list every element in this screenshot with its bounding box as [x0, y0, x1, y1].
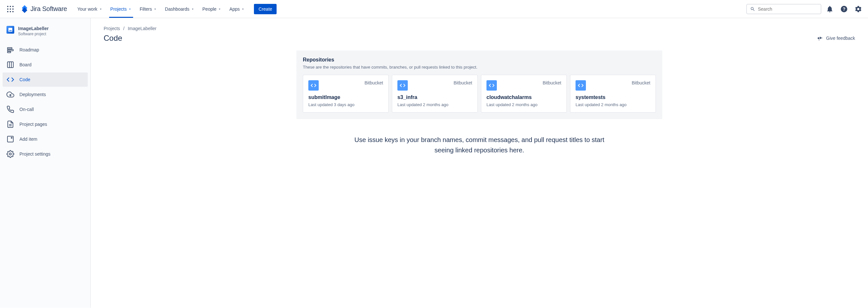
oncall-icon — [6, 105, 14, 113]
repo-name: systemtests — [576, 95, 650, 100]
repo-card[interactable]: Bitbucket cloudwatchalarms Last updated … — [481, 75, 567, 112]
chevron-down-icon — [241, 7, 245, 11]
sidebar-item-deployments[interactable]: Deployments — [3, 88, 88, 102]
repositories-panel: Repositories These are the repositories … — [296, 50, 662, 119]
repo-card-header: Bitbucket — [308, 80, 383, 91]
info-text: Use issue keys in your branch names, com… — [346, 135, 612, 155]
deployments-icon — [6, 91, 14, 98]
repo-updated: Last updated 3 days ago — [308, 102, 383, 107]
project-pages-icon — [6, 121, 14, 128]
main-content: Projects / ImageLabeller Code Give feedb… — [91, 18, 868, 308]
breadcrumb-projects[interactable]: Projects — [104, 26, 120, 31]
sidebar-item-label: Board — [20, 62, 31, 67]
create-button[interactable]: Create — [254, 4, 277, 14]
settings-icon[interactable] — [852, 3, 864, 15]
repo-name: s3_infra — [397, 95, 472, 100]
chevron-down-icon — [153, 7, 157, 11]
svg-rect-11 — [7, 47, 12, 49]
roadmap-icon — [6, 46, 14, 54]
chevron-down-icon — [218, 7, 221, 11]
nav-apps[interactable]: Apps — [225, 0, 249, 18]
megaphone-icon — [817, 35, 824, 41]
repositories-grid: Bitbucket submitImage Last updated 3 day… — [303, 75, 656, 112]
breadcrumb: Projects / ImageLabeller — [104, 26, 855, 31]
repositories-title: Repositories — [303, 57, 656, 63]
project-type: Software project — [18, 32, 49, 36]
layout: ImageLabeller Software project Roadmap B… — [0, 18, 868, 308]
search-icon — [750, 6, 755, 12]
chevron-down-icon — [128, 7, 132, 11]
add-item-icon — [6, 135, 14, 143]
sidebar-item-project-settings[interactable]: Project settings — [3, 147, 88, 161]
sidebar-item-oncall[interactable]: On-call — [3, 102, 88, 116]
sidebar-item-roadmap[interactable]: Roadmap — [3, 43, 88, 57]
repo-card[interactable]: Bitbucket submitImage Last updated 3 day… — [303, 75, 389, 112]
nav-filters[interactable]: Filters — [136, 0, 161, 18]
sidebar-nav: Roadmap Board Code Deployments On-call P… — [3, 43, 88, 161]
svg-point-4 — [10, 8, 11, 10]
jira-logo[interactable]: Jira Software — [18, 5, 70, 13]
repo-source: Bitbucket — [454, 80, 472, 85]
sidebar-item-board[interactable]: Board — [3, 58, 88, 72]
repositories-description: These are the repositories that have com… — [303, 65, 656, 70]
nav-your-work[interactable]: Your work — [73, 0, 106, 18]
svg-point-7 — [10, 11, 11, 12]
code-icon — [576, 80, 586, 91]
repo-card[interactable]: Bitbucket s3_infra Last updated 2 months… — [392, 75, 478, 112]
sidebar-item-add-item[interactable]: Add item — [3, 132, 88, 146]
svg-point-0 — [7, 6, 8, 7]
code-icon — [6, 76, 14, 83]
sidebar: ImageLabeller Software project Roadmap B… — [0, 18, 91, 308]
jira-logo-icon — [21, 5, 29, 13]
svg-point-5 — [12, 8, 13, 10]
repo-name: cloudwatchalarms — [487, 95, 561, 100]
sidebar-item-project-pages[interactable]: Project pages — [3, 117, 88, 131]
nav-people[interactable]: People — [198, 0, 226, 18]
nav-projects[interactable]: Projects — [106, 0, 136, 18]
board-icon — [6, 61, 14, 69]
repo-card-header: Bitbucket — [397, 80, 472, 91]
sidebar-item-code[interactable]: Code — [3, 72, 88, 87]
svg-point-6 — [7, 11, 8, 12]
repo-source: Bitbucket — [631, 80, 650, 85]
svg-rect-12 — [7, 49, 13, 51]
search-box[interactable] — [746, 4, 822, 14]
sidebar-item-label: Roadmap — [20, 47, 39, 53]
page-header: Code Give feedback — [104, 34, 855, 43]
nav-right: ? — [746, 3, 864, 15]
svg-rect-14 — [7, 62, 13, 68]
help-icon[interactable]: ? — [838, 3, 850, 15]
project-info: ImageLabeller Software project — [18, 26, 49, 36]
sidebar-item-label: Deployments — [20, 92, 46, 97]
svg-point-2 — [12, 6, 13, 7]
settings-icon — [6, 150, 14, 158]
breadcrumb-separator: / — [123, 26, 125, 31]
notifications-icon[interactable] — [824, 3, 836, 15]
project-header: ImageLabeller Software project — [3, 26, 88, 43]
give-feedback-button[interactable]: Give feedback — [817, 35, 856, 41]
project-avatar-icon — [6, 26, 14, 34]
sidebar-item-label: Add item — [20, 137, 37, 142]
repo-card-header: Bitbucket — [487, 80, 561, 91]
repo-updated: Last updated 2 months ago — [576, 102, 650, 107]
svg-rect-19 — [7, 136, 13, 142]
repo-source: Bitbucket — [542, 80, 561, 85]
chevron-down-icon — [191, 7, 195, 11]
page-title: Code — [104, 34, 122, 43]
svg-point-3 — [7, 8, 8, 10]
sidebar-item-label: Code — [20, 77, 30, 82]
repo-updated: Last updated 2 months ago — [487, 102, 561, 107]
svg-text:?: ? — [843, 6, 846, 12]
jira-logo-text: Jira Software — [30, 5, 67, 12]
sidebar-item-label: On-call — [20, 107, 34, 112]
nav-dashboards[interactable]: Dashboards — [161, 0, 198, 18]
repo-card[interactable]: Bitbucket systemtests Last updated 2 mon… — [570, 75, 656, 112]
chevron-down-icon — [99, 7, 103, 11]
svg-point-8 — [12, 11, 13, 12]
svg-point-22 — [9, 153, 11, 155]
svg-rect-13 — [7, 52, 11, 53]
code-icon — [397, 80, 408, 91]
app-switcher-icon[interactable] — [4, 3, 17, 15]
search-input[interactable] — [758, 6, 817, 12]
breadcrumb-current[interactable]: ImageLabeller — [128, 26, 156, 31]
